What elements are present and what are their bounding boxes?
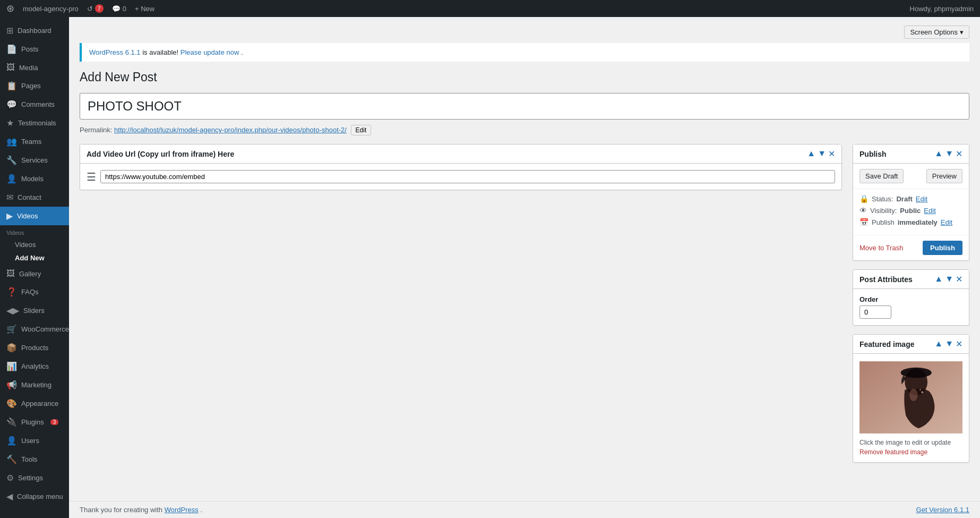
post-attrs-down-icon[interactable]: ▼ xyxy=(945,274,953,284)
sidebar-label-sliders: Sliders xyxy=(23,307,45,315)
svg-point-5 xyxy=(909,389,918,401)
sidebar-item-contact[interactable]: ✉ Contact xyxy=(0,188,69,207)
sidebar-item-sliders[interactable]: ◀▶ Sliders xyxy=(0,301,69,320)
video-list-icon[interactable]: ☰ xyxy=(87,171,96,183)
sidebar-item-marketing[interactable]: 📢 Marketing xyxy=(0,376,69,394)
sidebar-item-media[interactable]: 🖼 Media xyxy=(0,58,69,77)
post-attributes-title: Post Attributes xyxy=(859,275,913,284)
screen-options-button[interactable]: Screen Options ▾ xyxy=(904,26,969,39)
sidebar-item-users[interactable]: 👤 Users xyxy=(0,431,69,450)
teams-icon: 👥 xyxy=(6,137,17,147)
publish-when: immediately xyxy=(898,218,938,226)
sidebar-item-pages[interactable]: 📋 Pages xyxy=(0,77,69,95)
metabox-close-icon[interactable]: ✕ xyxy=(828,149,835,159)
site-name[interactable]: model-agency-pro xyxy=(23,5,79,13)
sidebar-item-videos[interactable]: ▶ Videos xyxy=(0,207,69,225)
sidebar-item-faqs[interactable]: ❓ FAQs xyxy=(0,283,69,301)
sidebar-item-products[interactable]: 📦 Products xyxy=(0,338,69,357)
publish-button[interactable]: Publish xyxy=(923,241,962,255)
featured-img-up-icon[interactable]: ▲ xyxy=(934,339,943,349)
sidebar-label-settings: Settings xyxy=(18,474,43,482)
publish-up-icon[interactable]: ▲ xyxy=(934,149,943,159)
sidebar-item-tools[interactable]: 🔨 Tools xyxy=(0,450,69,469)
permalink-label: Permalink: xyxy=(80,126,112,134)
video-url-input[interactable] xyxy=(100,170,835,183)
posts-icon: 📄 xyxy=(6,44,17,54)
save-draft-button[interactable]: Save Draft xyxy=(859,169,904,183)
sidebar-sub-videos[interactable]: Videos xyxy=(0,238,69,251)
publish-when-row: 📅 Publish immediately Edit xyxy=(859,218,962,226)
sidebar-label-pages: Pages xyxy=(21,82,41,90)
sidebar-item-analytics[interactable]: 📊 Analytics xyxy=(0,357,69,376)
sidebar-label-testimonials: Testimonials xyxy=(18,119,56,127)
video-url-metabox-title: Add Video Url (Copy url from iframe) Her… xyxy=(87,150,234,158)
sidebar-item-appearance[interactable]: 🎨 Appearance xyxy=(0,394,69,413)
sidebar-item-collapse[interactable]: ◀ Collapse menu xyxy=(0,487,69,506)
featured-img-controls: ▲ ▼ ✕ xyxy=(934,339,962,349)
sidebar-label-marketing: Marketing xyxy=(21,381,51,389)
updates-item[interactable]: ↺ 7 xyxy=(87,4,104,13)
sidebar-item-woocommerce[interactable]: 🛒 WooCommerce xyxy=(0,320,69,338)
move-to-trash-button[interactable]: Move to Trash xyxy=(859,244,903,252)
sidebar: ⊞ Dashboard 📄 Posts 🖼 Media 📋 Pages 💬 Co… xyxy=(0,17,69,518)
visibility-row: 👁 Visibility: Public Edit xyxy=(859,206,962,215)
main-content: Screen Options ▾ WordPress 6.1.1 is avai… xyxy=(69,17,980,518)
featured-image-body: Click the image to edit or update Remove… xyxy=(853,354,969,462)
post-attrs-up-icon[interactable]: ▲ xyxy=(934,274,943,284)
sidebar-item-teams[interactable]: 👥 Teams xyxy=(0,132,69,151)
plugins-badge: 3 xyxy=(50,419,59,425)
sidebar-item-comments[interactable]: 💬 Comments xyxy=(0,95,69,114)
sidebar-label-tools: Tools xyxy=(21,455,37,463)
sidebar-label-models: Models xyxy=(21,175,44,183)
sidebar-item-gallery[interactable]: 🖼 Gallery xyxy=(0,265,69,283)
sidebar-item-posts[interactable]: 📄 Posts xyxy=(0,40,69,58)
notice-update-link[interactable]: Please update now xyxy=(180,48,239,56)
order-input[interactable] xyxy=(859,305,891,319)
featured-img-close-icon[interactable]: ✕ xyxy=(956,339,962,349)
admin-footer: Thank you for creating with WordPress . … xyxy=(69,501,980,518)
publish-down-icon[interactable]: ▼ xyxy=(945,149,953,159)
update-notice: WordPress 6.1.1 is available! Please upd… xyxy=(80,43,969,62)
media-icon: 🖼 xyxy=(6,63,15,72)
featured-img-down-icon[interactable]: ▼ xyxy=(945,339,953,349)
marketing-icon: 📢 xyxy=(6,380,17,390)
permalink-url[interactable]: http://localhost/luzuk/model-agency-pro/… xyxy=(114,126,347,134)
footer-wp-suffix: . xyxy=(200,506,202,514)
notice-link-text[interactable]: WordPress 6.1.1 xyxy=(89,48,141,56)
metabox-collapse-up-icon[interactable]: ▲ xyxy=(807,149,815,159)
sidebar-label-faqs: FAQs xyxy=(21,288,39,296)
metabox-collapse-down-icon[interactable]: ▼ xyxy=(818,149,826,159)
sidebar-item-plugins[interactable]: 🔌 Plugins 3 xyxy=(0,413,69,431)
sidebar-item-dashboard[interactable]: ⊞ Dashboard xyxy=(0,21,69,40)
dashboard-icon: ⊞ xyxy=(6,26,13,36)
preview-button[interactable]: Preview xyxy=(926,169,962,183)
publish-edit-link[interactable]: Edit xyxy=(941,218,952,226)
sidebar-item-testimonials[interactable]: ★ Testimonials xyxy=(0,114,69,132)
permalink-edit-button[interactable]: Edit xyxy=(351,125,372,135)
services-icon: 🔧 xyxy=(6,155,17,165)
notice-middle-text: is available! xyxy=(142,48,180,56)
remove-featured-image-button[interactable]: Remove featured image xyxy=(859,448,927,456)
testimonials-icon: ★ xyxy=(6,118,14,128)
footer-version-link[interactable]: Get Version 6.1.1 xyxy=(916,506,969,514)
new-item[interactable]: + New xyxy=(135,5,154,13)
post-attrs-close-icon[interactable]: ✕ xyxy=(956,274,962,284)
visibility-edit-link[interactable]: Edit xyxy=(924,207,935,215)
status-edit-link[interactable]: Edit xyxy=(916,195,927,203)
sidebar-label-teams: Teams xyxy=(21,138,41,146)
publish-close-icon[interactable]: ✕ xyxy=(956,149,962,159)
featured-image-header: Featured image ▲ ▼ ✕ xyxy=(853,335,969,354)
video-url-section: ☰ xyxy=(87,170,835,183)
sidebar-sub-add-new[interactable]: Add New xyxy=(0,251,69,265)
appearance-icon: 🎨 xyxy=(6,398,17,409)
sidebar-item-settings[interactable]: ⚙ Settings xyxy=(0,469,69,487)
faqs-icon: ❓ xyxy=(6,287,17,297)
sidebar-label-dashboard: Dashboard xyxy=(18,27,51,35)
sidebar-item-models[interactable]: 👤 Models xyxy=(0,169,69,188)
footer-wp-link[interactable]: WordPress xyxy=(165,506,199,514)
post-title-input[interactable] xyxy=(80,93,969,120)
sidebar-label-gallery: Gallery xyxy=(19,270,41,278)
sidebar-item-services[interactable]: 🔧 Services xyxy=(0,151,69,169)
featured-image-thumb[interactable] xyxy=(859,360,962,435)
comments-item[interactable]: 💬 0 xyxy=(112,5,126,13)
